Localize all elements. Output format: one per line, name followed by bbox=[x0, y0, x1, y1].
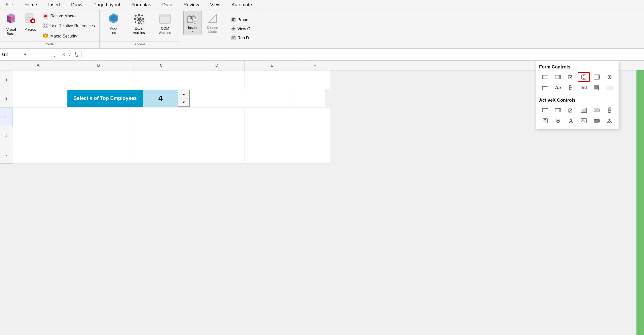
row-header-5[interactable]: 5 bbox=[0, 145, 13, 164]
menu-file[interactable]: File bbox=[0, 1, 19, 9]
fc-scrollbar-btn[interactable] bbox=[565, 83, 577, 92]
view-code-button[interactable]: View C... bbox=[229, 25, 256, 33]
col-header-A[interactable]: A bbox=[13, 61, 63, 70]
col-header-F[interactable]: F bbox=[300, 61, 330, 70]
record-macro-button[interactable]: Record Macro bbox=[40, 12, 97, 20]
fc-listbox-btn[interactable] bbox=[591, 72, 602, 82]
macro-security-button[interactable]: ! Macro Security bbox=[40, 31, 97, 41]
cell-C4[interactable] bbox=[134, 126, 189, 145]
cell-B2-with-spinner[interactable]: Select # of Top Employees 4 ▲ ▼ bbox=[63, 89, 295, 108]
fc-optionbutton-btn[interactable] bbox=[604, 72, 616, 82]
cell-C5[interactable] bbox=[134, 145, 189, 164]
cell-C3[interactable] bbox=[134, 108, 189, 126]
cell-D4[interactable] bbox=[189, 126, 245, 145]
cell-E1[interactable] bbox=[245, 70, 300, 89]
cell-C1[interactable] bbox=[134, 70, 189, 89]
spinner-form-control[interactable]: Select # of Top Employees 4 ▲ ▼ bbox=[67, 90, 190, 107]
menu-draw[interactable]: Draw bbox=[66, 1, 88, 9]
cell-A3[interactable] bbox=[13, 108, 63, 126]
com-add-ins-label: COMAdd-ins bbox=[159, 26, 171, 35]
ax-optbtn-btn[interactable] bbox=[552, 116, 564, 126]
cell-D5[interactable] bbox=[189, 145, 245, 164]
cell-B1[interactable] bbox=[63, 70, 134, 89]
cell-E4[interactable] bbox=[245, 126, 300, 145]
ax-scroll-btn[interactable] bbox=[604, 105, 616, 115]
fc-button-btn[interactable]: abl bbox=[578, 83, 590, 92]
ax-biglabel-btn[interactable]: A bbox=[565, 116, 577, 126]
menu-insert[interactable]: Insert bbox=[43, 1, 66, 9]
fc-checkbox-btn[interactable] bbox=[565, 72, 577, 82]
col-header-D[interactable]: D bbox=[189, 61, 245, 70]
menu-data[interactable]: Data bbox=[157, 1, 178, 9]
cell-A1[interactable] bbox=[13, 70, 63, 89]
fx-icon[interactable]: fx bbox=[75, 51, 78, 58]
row-header-4[interactable]: 4 bbox=[0, 126, 13, 145]
row-header-2[interactable]: 2 bbox=[0, 89, 13, 108]
add-ins-button[interactable]: Add-ins bbox=[105, 11, 123, 36]
insert-controls-button[interactable]: Insert ▼ bbox=[183, 11, 202, 35]
fc-label-btn[interactable] bbox=[539, 72, 551, 82]
fc-label2-btn[interactable]: Aa bbox=[552, 83, 564, 92]
ax-listbox-btn[interactable] bbox=[578, 105, 590, 115]
ax-label-btn[interactable] bbox=[539, 105, 551, 115]
cell-A2[interactable] bbox=[13, 89, 63, 108]
ax-checkbox-btn[interactable] bbox=[565, 105, 577, 115]
fc-groupbox-btn[interactable]: xyz bbox=[539, 83, 551, 92]
row-header-1[interactable]: 1 bbox=[0, 70, 13, 89]
ax-textbox-btn[interactable]: abl bbox=[591, 105, 602, 115]
menu-formulas[interactable]: Formulas bbox=[126, 1, 157, 9]
formula-input[interactable] bbox=[84, 52, 642, 57]
menu-page-layout[interactable]: Page Layout bbox=[88, 1, 126, 9]
cell-B3[interactable] bbox=[63, 108, 134, 126]
use-relative-references-button[interactable]: Use Relative References bbox=[40, 21, 97, 31]
fc-list2-btn[interactable] bbox=[591, 83, 602, 92]
menu-home[interactable]: Home bbox=[19, 1, 43, 9]
cancel-formula-icon[interactable]: × bbox=[62, 51, 65, 58]
cell-B5[interactable] bbox=[63, 145, 134, 164]
spinner-up-arrow[interactable]: ▲ bbox=[178, 90, 189, 98]
col-header-E[interactable]: E bbox=[245, 61, 300, 70]
ax-combo-btn[interactable] bbox=[552, 105, 564, 115]
spinner-down-arrow[interactable]: ▼ bbox=[178, 98, 189, 107]
visual-basic-button[interactable]: VisualBasic bbox=[2, 11, 20, 38]
confirm-formula-icon[interactable]: ✓ bbox=[68, 52, 72, 58]
properties-button[interactable]: Prope... bbox=[229, 16, 256, 24]
col-header-B[interactable]: B bbox=[63, 61, 134, 70]
cell-F1[interactable] bbox=[300, 70, 330, 89]
design-mode-button[interactable]: DesignMode bbox=[204, 11, 222, 35]
insert-controls-icon bbox=[186, 13, 198, 26]
cell-reference-dropdown-icon[interactable]: ▼ bbox=[23, 52, 27, 57]
com-add-ins-button[interactable]: COMAdd-ins bbox=[155, 11, 175, 36]
cell-E5[interactable] bbox=[245, 145, 300, 164]
ax-toggle-btn[interactable] bbox=[591, 116, 602, 126]
cell-A5[interactable] bbox=[13, 145, 63, 164]
cell-B4[interactable] bbox=[63, 126, 134, 145]
macros-button[interactable]: Macros bbox=[21, 11, 39, 33]
cell-D1[interactable] bbox=[189, 70, 245, 89]
fc-combo2-btn[interactable] bbox=[604, 83, 616, 92]
macros-label: Macros bbox=[24, 27, 36, 31]
run-dialog-button[interactable]: Run D... bbox=[229, 34, 256, 42]
fc-spinbutton-btn[interactable] bbox=[578, 72, 590, 82]
ax-morecontrols-btn[interactable] bbox=[604, 116, 616, 126]
cell-reference-input[interactable] bbox=[2, 52, 22, 57]
cell-F2[interactable] bbox=[295, 89, 325, 108]
cell-E3[interactable] bbox=[245, 108, 300, 126]
svg-rect-30 bbox=[135, 15, 137, 17]
row-header-3[interactable]: 3 bbox=[0, 108, 13, 126]
cell-F4[interactable] bbox=[300, 126, 330, 145]
menu-view[interactable]: View bbox=[205, 1, 226, 9]
spinner-value-box[interactable]: 4 bbox=[143, 90, 178, 107]
excel-add-ins-button[interactable]: ExcelAdd-ins bbox=[129, 11, 149, 36]
fc-combobox-btn[interactable] bbox=[552, 72, 564, 82]
ax-image-btn[interactable] bbox=[578, 116, 590, 126]
menu-review[interactable]: Review bbox=[178, 1, 205, 9]
cell-F5[interactable] bbox=[300, 145, 330, 164]
cell-A4[interactable] bbox=[13, 126, 63, 145]
code-group: VisualBasic bbox=[0, 10, 100, 48]
cell-F3[interactable] bbox=[300, 108, 330, 126]
cell-D3[interactable] bbox=[189, 108, 245, 126]
ax-spinner-btn[interactable] bbox=[539, 116, 551, 126]
menu-automate[interactable]: Automate bbox=[226, 1, 257, 9]
col-header-C[interactable]: C bbox=[134, 61, 189, 70]
